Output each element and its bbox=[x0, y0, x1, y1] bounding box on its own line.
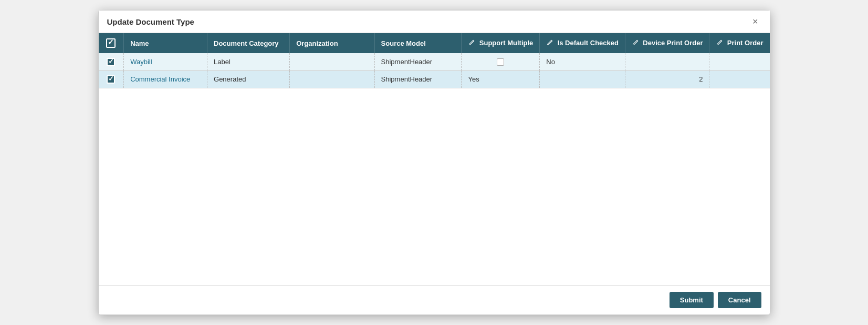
row-doc-category-2: Generated bbox=[207, 70, 290, 88]
row-name-2: Commercial Invoice bbox=[124, 70, 207, 88]
col-header-source-model: Source Model bbox=[374, 33, 462, 53]
row-support-multiple-1 bbox=[462, 53, 540, 70]
row-name-link-2[interactable]: Commercial Invoice bbox=[130, 75, 190, 83]
row-is-default-1: No bbox=[540, 53, 625, 70]
document-type-table: Name Document Category Organization Sour… bbox=[99, 33, 770, 88]
edit-icon-support bbox=[468, 39, 475, 47]
dialog-header: Update Document Type × bbox=[99, 11, 770, 33]
row-print-order-2 bbox=[709, 70, 770, 88]
row-device-print-order-2: 2 bbox=[625, 70, 709, 88]
close-button[interactable]: × bbox=[749, 16, 761, 27]
support-multiple-checkbox-1[interactable] bbox=[497, 58, 504, 66]
row-checkbox-cell-1 bbox=[99, 53, 124, 70]
update-document-type-dialog: Update Document Type × Name Document Cat… bbox=[98, 10, 770, 315]
row-source-model-2: ShipmentHeader bbox=[374, 70, 462, 88]
header-checkbox[interactable] bbox=[106, 38, 116, 48]
row-name-1: Waybill bbox=[124, 53, 207, 70]
col-header-print-order: Print Order bbox=[709, 33, 770, 53]
row-is-default-2 bbox=[540, 70, 625, 88]
col-header-organization: Organization bbox=[290, 33, 374, 53]
table-row: Commercial Invoice Generated ShipmentHea… bbox=[99, 70, 770, 88]
submit-button[interactable]: Submit bbox=[670, 292, 714, 308]
row-checkbox-1[interactable] bbox=[107, 58, 115, 66]
dialog-title: Update Document Type bbox=[107, 17, 194, 26]
col-header-device-print-order: Device Print Order bbox=[625, 33, 709, 53]
header-checkbox-cell bbox=[99, 33, 124, 53]
edit-icon-print bbox=[716, 39, 723, 47]
table-row: Waybill Label ShipmentHeader No bbox=[99, 53, 770, 70]
cancel-button[interactable]: Cancel bbox=[718, 292, 761, 308]
table-header-row: Name Document Category Organization Sour… bbox=[99, 33, 770, 53]
dialog-footer: Submit Cancel bbox=[99, 285, 770, 314]
row-print-order-1 bbox=[709, 53, 770, 70]
dialog-body: Name Document Category Organization Sour… bbox=[99, 33, 770, 285]
row-device-print-order-1 bbox=[625, 53, 709, 70]
row-organization-2 bbox=[290, 70, 374, 88]
col-header-doc-category: Document Category bbox=[207, 33, 290, 53]
edit-icon-device bbox=[632, 39, 639, 47]
row-doc-category-1: Label bbox=[207, 53, 290, 70]
row-checkbox-2[interactable] bbox=[107, 75, 115, 84]
col-header-support-multiple: Support Multiple bbox=[462, 33, 540, 53]
row-organization-1 bbox=[290, 53, 374, 70]
edit-icon-default bbox=[546, 39, 553, 47]
col-header-is-default: Is Default Checked bbox=[540, 33, 625, 53]
row-name-link-1[interactable]: Waybill bbox=[130, 58, 152, 66]
row-source-model-1: ShipmentHeader bbox=[374, 53, 462, 70]
row-support-multiple-2: Yes bbox=[462, 70, 540, 88]
col-header-name: Name bbox=[124, 33, 207, 53]
row-checkbox-cell-2 bbox=[99, 70, 124, 88]
